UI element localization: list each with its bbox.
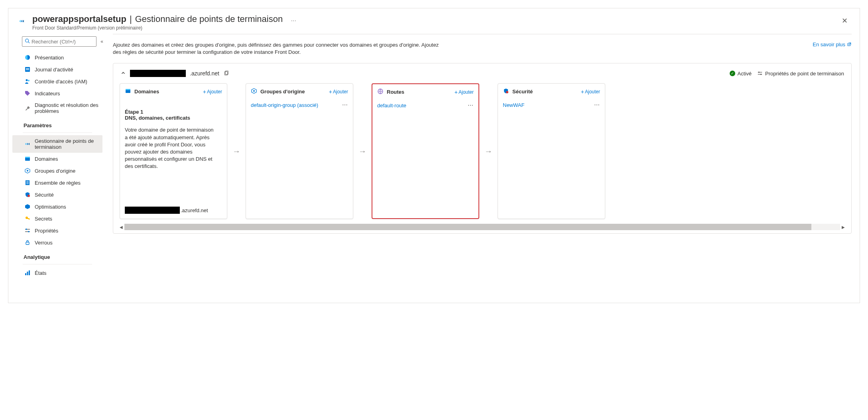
wrench-icon (24, 105, 31, 111)
origin-card-icon (251, 88, 257, 95)
svg-rect-24 (27, 272, 28, 275)
svg-point-30 (758, 72, 760, 73)
redacted-hostname: x (130, 70, 186, 77)
learn-more-link[interactable]: En savoir plus (813, 41, 852, 47)
overview-icon (24, 54, 31, 61)
header-more-button[interactable]: … (291, 16, 296, 22)
routes-card-icon (377, 88, 384, 96)
card-routes: Routes + Ajouter default-route ⋯ (372, 83, 479, 219)
card-domains: Domaines + Ajouter Étape 1 DNS, domaines… (120, 83, 227, 219)
scroll-thumb[interactable] (124, 224, 811, 230)
add-security-button[interactable]: + Ajouter (581, 89, 600, 95)
redacted-hostname: x (125, 207, 180, 214)
origin-icon (24, 168, 31, 174)
search-icon (25, 38, 30, 45)
status-enabled: ✓ Activé (730, 71, 752, 77)
scroll-track[interactable] (124, 224, 840, 230)
scroll-left-button[interactable]: ◀ (118, 224, 124, 230)
nav-section-settings: Paramètres (12, 117, 103, 132)
svg-rect-8 (25, 157, 30, 158)
scroll-right-button[interactable]: ▶ (840, 224, 846, 230)
svg-rect-11 (26, 181, 29, 181)
nav-domains[interactable]: Domaines (12, 153, 102, 165)
origin-item-menu[interactable]: ⋯ (342, 102, 348, 108)
search-input[interactable] (31, 39, 94, 45)
nav-tags[interactable]: Indicateurs (12, 87, 102, 99)
svg-rect-25 (29, 270, 30, 275)
route-link[interactable]: default-route (377, 103, 406, 108)
svg-point-14 (28, 195, 30, 197)
svg-point-5 (26, 79, 28, 81)
arrow-icon: → (227, 83, 246, 219)
route-item-menu[interactable]: ⋯ (468, 102, 474, 108)
origin-group-link[interactable]: default-origin-group (associé) (251, 102, 318, 108)
nav-optimizations[interactable]: Optimisations (12, 201, 102, 213)
nav-iam[interactable]: Contrôle d'accès (IAM) (12, 75, 102, 87)
add-label: Ajouter (459, 89, 474, 95)
step-subtitle: DNS, domaines, certificats (125, 115, 222, 121)
nav-properties[interactable]: Propriétés (12, 225, 102, 237)
svg-point-31 (760, 74, 762, 75)
breadcrumb: Front Door Standard/Premium (version pré… (32, 25, 838, 31)
domains-card-icon (125, 88, 131, 95)
arrow-icon: → (479, 83, 498, 219)
nav-label: Verrous (35, 240, 53, 246)
title-separator: | (130, 14, 132, 24)
close-button[interactable]: ✕ (838, 14, 852, 28)
svg-line-1 (28, 42, 30, 43)
waf-link[interactable]: NewWAF (503, 102, 524, 108)
reports-icon (24, 270, 31, 276)
copy-button[interactable] (223, 70, 229, 77)
svg-point-9 (27, 170, 28, 172)
nav-locks[interactable]: Verrous (12, 237, 102, 248)
plus-icon: + (203, 89, 206, 95)
horizontal-scrollbar[interactable]: ◀ ▶ (118, 224, 846, 230)
check-icon: ✓ (730, 71, 735, 76)
add-route-button[interactable]: + Ajouter (455, 89, 474, 95)
lock-icon (24, 239, 31, 246)
activitylog-icon (24, 66, 31, 73)
divider (23, 264, 92, 264)
nav-label: Propriétés (35, 228, 58, 234)
nav-label: Indicateurs (35, 91, 60, 97)
search-input-wrapper[interactable] (22, 36, 96, 47)
endpoint-properties-button[interactable]: Propriétés de point de terminaison (757, 71, 844, 77)
nav-overview[interactable]: Présentation (12, 51, 102, 63)
content-divider (113, 34, 852, 34)
add-domain-button[interactable]: + Ajouter (203, 89, 222, 95)
collapse-endpoint-button[interactable] (120, 70, 126, 77)
nav-origin-groups[interactable]: Groupes d'origine (12, 165, 102, 177)
security-card-icon (503, 88, 509, 95)
nav-label: Ensemble de règles (35, 180, 81, 186)
nav-label: Domaines (35, 156, 58, 162)
nav-security[interactable]: Sécurité (12, 189, 102, 201)
intro-text: Ajoutez des domaines et créez des groupe… (113, 41, 440, 56)
security-icon (24, 191, 31, 198)
frontdoor-icon (16, 16, 28, 27)
nav-activitylog[interactable]: Journal d'activité (12, 63, 102, 75)
add-origin-button[interactable]: + Ajouter (329, 89, 348, 95)
card-title-label: Routes (387, 89, 404, 95)
domains-icon (24, 156, 31, 162)
nav-secrets[interactable]: Secrets (12, 213, 102, 225)
nav-diagnostics[interactable]: Diagnostic et résolution des problèmes (12, 99, 102, 117)
security-item-menu[interactable]: ⋯ (594, 102, 600, 108)
endpoint-block: x.azurefd.net ✓ Activé Propriétés de poi… (113, 63, 852, 234)
nav-label: Groupes d'origine (35, 168, 75, 174)
nav-reports[interactable]: États (12, 267, 102, 279)
nav-label: Secrets (35, 216, 52, 222)
svg-rect-4 (26, 69, 29, 70)
add-label: Ajouter (585, 89, 600, 95)
nav-endpoint-manager[interactable]: Gestionnaire de points de terminaison (12, 135, 102, 153)
page-title: powerappsportalsetup (32, 14, 126, 24)
svg-point-34 (253, 90, 255, 92)
nav-label: Sécurité (35, 192, 54, 198)
add-label: Ajouter (333, 89, 348, 95)
nav-label: États (35, 270, 47, 276)
endpoint-properties-label: Propriétés de point de terminaison (765, 71, 844, 77)
nav-rulesets[interactable]: Ensemble de règles (12, 177, 102, 189)
card-title-label: Domaines (134, 89, 159, 95)
card-origin-groups: Groupes d'origine + Ajouter default-orig… (246, 83, 353, 219)
card-title-label: Groupes d'origine (260, 89, 305, 95)
collapse-sidebar-button[interactable]: « (100, 39, 103, 44)
